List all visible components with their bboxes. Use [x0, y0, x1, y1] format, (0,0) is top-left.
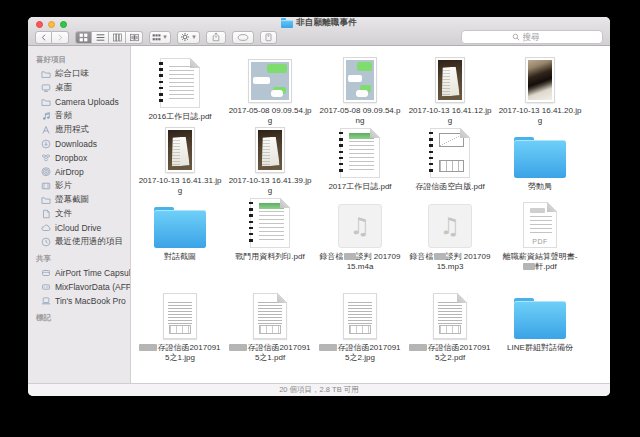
proxy-folder-icon: [281, 18, 293, 28]
chevron-down-icon: ▼: [191, 34, 197, 40]
downloads-icon: [41, 139, 51, 149]
file-label: 存證信函20170915之1.pdf: [228, 343, 313, 362]
sidebar-item-label: 桌面: [55, 82, 72, 94]
file-label: 對話截圖: [164, 252, 196, 262]
view-columns-button[interactable]: [109, 31, 126, 44]
file-grid: 2016工作日誌.pdf2017-05-08 09.09.54.jpg2017-…: [131, 46, 610, 383]
file-item[interactable]: 2017-10-13 16.41.20.jpg: [495, 55, 585, 125]
view-coverflow-button[interactable]: [126, 31, 143, 44]
photo-thumbnail: [256, 128, 284, 172]
sidebar-item[interactable]: 音頻: [28, 109, 130, 123]
folder-icon: [41, 69, 51, 79]
file-grid-row: 存證信函20170915之1.jpg存證信函20170915之1.pdf存證信函…: [135, 286, 610, 376]
folder-item[interactable]: LINE群組對話備份: [495, 286, 585, 376]
share-button[interactable]: [206, 31, 226, 44]
sidebar: 喜好項目綜合口味桌面Camera Uploads音頻應用程式DownloadsD…: [28, 46, 131, 383]
sidebar-item[interactable]: 螢幕截圖: [28, 193, 130, 207]
file-item[interactable]: ♫錄音檔談判 20170915.m4a: [315, 195, 405, 286]
sidebar-item[interactable]: 綜合口味: [28, 67, 130, 81]
file-label: 2017-10-13 16.41.20.jpg: [498, 106, 583, 125]
file-item[interactable]: 存證信函空白版.pdf: [405, 125, 495, 195]
folder-icon: [41, 97, 51, 107]
sidebar-item-label: 影片: [55, 180, 72, 192]
sidebar-item[interactable]: MixFlavorData (AFP): [28, 280, 130, 294]
minimize-window-button[interactable]: [48, 21, 55, 28]
file-item[interactable]: 存證信函20170915之2.pdf: [405, 286, 495, 376]
sidebar-item-label: AirDrop: [55, 167, 84, 177]
share-icon: [211, 32, 221, 42]
folder-icon: [41, 195, 51, 205]
pdf-spiral-icon: [430, 128, 470, 178]
file-item[interactable]: 2017工作日誌.pdf: [315, 125, 405, 195]
sidebar-item[interactable]: Tin's MacBook Pro: [28, 294, 130, 308]
sidebar-item[interactable]: Downloads: [28, 137, 130, 151]
file-label: 2017-10-13 16.41.12.jpg: [408, 106, 493, 125]
window-title: 非自願離職事件: [296, 17, 357, 29]
redacted-text: [409, 344, 427, 351]
file-item[interactable]: 2017-10-13 16.41.12.jpg: [405, 55, 495, 125]
view-icons-button[interactable]: [75, 31, 92, 44]
sidebar-item-label: Downloads: [55, 139, 97, 149]
finder-window: 非自願離職事件: [28, 17, 610, 396]
status-text: 20 個項目，2.8 TB 可用: [279, 385, 359, 395]
file-item[interactable]: 2017-10-13 16.41.31.jpg: [135, 125, 225, 195]
file-item[interactable]: 2017-05-08 09.09.54.png: [315, 55, 405, 125]
file-label: 存證信函20170915之1.jpg: [138, 343, 223, 362]
sidebar-item[interactable]: Camera Uploads: [28, 95, 130, 109]
arrange-icon: [152, 33, 161, 42]
file-item[interactable]: PDF離職薪資結算聲明書-軒.pdf: [495, 195, 585, 286]
close-window-button[interactable]: [36, 21, 43, 28]
sidebar-item[interactable]: 影片: [28, 179, 130, 193]
sidebar-item-label: Tin's MacBook Pro: [55, 296, 126, 306]
redacted-text: [344, 253, 356, 260]
file-item[interactable]: 2017-10-13 16.41.39.jpg: [225, 125, 315, 195]
folder-item[interactable]: 對話截圖: [135, 195, 225, 286]
folder-item[interactable]: 勞動局: [495, 125, 585, 195]
file-item[interactable]: 2016工作日誌.pdf: [135, 55, 225, 125]
search-input[interactable]: [523, 32, 553, 42]
sidebar-item-label: 綜合口味: [55, 68, 89, 80]
forward-button[interactable]: [52, 31, 69, 44]
grid-view-icon: [79, 33, 88, 42]
music-note-icon: ♫: [440, 215, 461, 238]
pdf-spiral-icon: [340, 128, 380, 178]
traffic-lights: [36, 21, 67, 28]
file-grid-row: 2017-10-13 16.41.31.jpg2017-10-13 16.41.…: [135, 125, 610, 195]
sidebar-item-label: MixFlavorData (AFP): [55, 282, 131, 292]
sidebar-section-header: 標記: [28, 308, 130, 325]
sidebar-item[interactable]: AirDrop: [28, 165, 130, 179]
server-icon: [41, 282, 51, 292]
file-item[interactable]: 存證信函20170915之1.pdf: [225, 286, 315, 376]
tags-button[interactable]: [232, 31, 254, 44]
sidebar-item[interactable]: 文件: [28, 207, 130, 221]
scanned-pdf-icon: [253, 293, 287, 339]
view-switcher: [75, 31, 143, 44]
zoom-window-button[interactable]: [60, 21, 67, 28]
sidebar-item[interactable]: AirPort Time Capsule: [28, 266, 130, 280]
sidebar-item[interactable]: 應用程式: [28, 123, 130, 137]
search-field[interactable]: [461, 30, 603, 44]
file-item[interactable]: 存證信函20170915之1.jpg: [135, 286, 225, 376]
file-label: 2017-05-08 09.09.54.jpg: [228, 106, 313, 125]
label-button[interactable]: [260, 31, 277, 44]
file-item[interactable]: 戰鬥用資料列印.pdf: [225, 195, 315, 286]
chevron-down-icon: ▼: [162, 34, 168, 40]
action-button[interactable]: ▼: [177, 31, 200, 44]
file-item[interactable]: ♫錄音檔談判 20170915.mp3: [405, 195, 495, 286]
documents-icon: [41, 209, 51, 219]
sidebar-item[interactable]: iCloud Drive: [28, 221, 130, 235]
sidebar-item[interactable]: 最近使用過的項目: [28, 235, 130, 249]
file-label: 2016工作日誌.pdf: [148, 112, 211, 122]
timecapsule-icon: [41, 268, 51, 278]
view-list-button[interactable]: [92, 31, 109, 44]
sidebar-item[interactable]: 桌面: [28, 81, 130, 95]
file-item[interactable]: 存證信函20170915之2.jpg: [315, 286, 405, 376]
file-label: 2017-10-13 16.41.31.jpg: [138, 176, 223, 195]
sidebar-item-label: Camera Uploads: [55, 97, 119, 107]
sidebar-item-label: 文件: [55, 208, 72, 220]
back-button[interactable]: [35, 31, 52, 44]
file-item[interactable]: 2017-05-08 09.09.54.jpg: [225, 55, 315, 125]
sidebar-item[interactable]: Dropbox: [28, 151, 130, 165]
gear-icon: [180, 32, 190, 42]
arrange-button[interactable]: ▼: [149, 31, 171, 44]
